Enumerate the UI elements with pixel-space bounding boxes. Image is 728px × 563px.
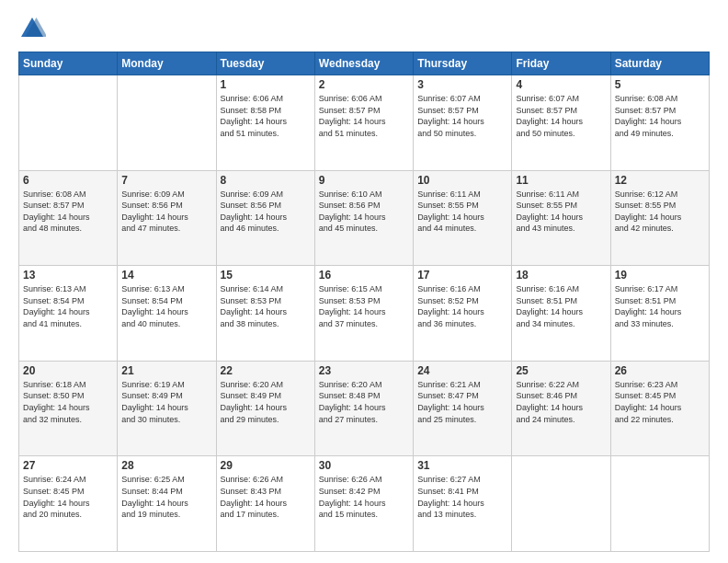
day-number: 4 xyxy=(516,78,606,91)
day-number: 28 xyxy=(121,459,211,472)
calendar-week-row: 27Sunrise: 6:24 AMSunset: 8:45 PMDayligh… xyxy=(19,456,710,552)
calendar-day-header: Friday xyxy=(512,52,610,75)
calendar-day-header: Saturday xyxy=(610,52,709,75)
day-number: 31 xyxy=(417,459,507,472)
calendar-cell: 22Sunrise: 6:20 AMSunset: 8:49 PMDayligh… xyxy=(216,361,314,456)
day-info: Sunrise: 6:07 AMSunset: 8:57 PMDaylight:… xyxy=(516,93,606,139)
calendar-cell xyxy=(19,75,118,171)
day-number: 14 xyxy=(121,269,211,282)
day-info: Sunrise: 6:16 AMSunset: 8:51 PMDaylight:… xyxy=(516,283,606,329)
day-number: 11 xyxy=(516,174,606,187)
day-info: Sunrise: 6:23 AMSunset: 8:45 PMDaylight:… xyxy=(615,379,705,425)
calendar-cell: 18Sunrise: 6:16 AMSunset: 8:51 PMDayligh… xyxy=(512,266,610,362)
calendar-cell: 10Sunrise: 6:11 AMSunset: 8:55 PMDayligh… xyxy=(414,170,512,266)
calendar-cell: 1Sunrise: 6:06 AMSunset: 8:58 PMDaylight… xyxy=(216,75,314,171)
day-number: 3 xyxy=(417,78,507,91)
calendar-day-header: Tuesday xyxy=(216,52,314,75)
day-info: Sunrise: 6:19 AMSunset: 8:49 PMDaylight:… xyxy=(121,379,211,425)
calendar-day-header: Wednesday xyxy=(314,52,413,75)
calendar-day-header: Sunday xyxy=(19,52,118,75)
day-number: 18 xyxy=(516,269,606,282)
day-info: Sunrise: 6:09 AMSunset: 8:56 PMDaylight:… xyxy=(121,189,211,235)
day-info: Sunrise: 6:14 AMSunset: 8:53 PMDaylight:… xyxy=(221,283,311,329)
day-info: Sunrise: 6:11 AMSunset: 8:55 PMDaylight:… xyxy=(516,189,606,235)
day-info: Sunrise: 6:06 AMSunset: 8:58 PMDaylight:… xyxy=(221,93,311,139)
calendar-cell: 24Sunrise: 6:21 AMSunset: 8:47 PMDayligh… xyxy=(414,361,512,456)
day-number: 30 xyxy=(319,459,409,472)
calendar-cell xyxy=(118,75,216,171)
day-info: Sunrise: 6:22 AMSunset: 8:46 PMDaylight:… xyxy=(516,379,606,425)
calendar-cell: 4Sunrise: 6:07 AMSunset: 8:57 PMDaylight… xyxy=(512,75,610,171)
day-info: Sunrise: 6:20 AMSunset: 8:48 PMDaylight:… xyxy=(319,379,409,425)
day-info: Sunrise: 6:07 AMSunset: 8:57 PMDaylight:… xyxy=(417,93,507,139)
day-number: 23 xyxy=(319,364,409,377)
day-number: 6 xyxy=(23,174,113,187)
calendar-cell: 27Sunrise: 6:24 AMSunset: 8:45 PMDayligh… xyxy=(19,456,118,552)
day-number: 24 xyxy=(417,364,507,377)
day-info: Sunrise: 6:13 AMSunset: 8:54 PMDaylight:… xyxy=(23,283,113,329)
calendar-week-row: 1Sunrise: 6:06 AMSunset: 8:58 PMDaylight… xyxy=(19,75,710,171)
calendar-cell: 3Sunrise: 6:07 AMSunset: 8:57 PMDaylight… xyxy=(414,75,512,171)
day-number: 10 xyxy=(417,174,507,187)
calendar-cell: 29Sunrise: 6:26 AMSunset: 8:43 PMDayligh… xyxy=(216,456,314,552)
day-number: 12 xyxy=(615,174,705,187)
day-number: 22 xyxy=(221,364,311,377)
day-number: 25 xyxy=(516,364,606,377)
calendar-cell: 6Sunrise: 6:08 AMSunset: 8:57 PMDaylight… xyxy=(19,170,118,266)
calendar-cell: 16Sunrise: 6:15 AMSunset: 8:53 PMDayligh… xyxy=(314,266,413,362)
calendar-table: SundayMondayTuesdayWednesdayThursdayFrid… xyxy=(18,52,710,552)
calendar-cell: 23Sunrise: 6:20 AMSunset: 8:48 PMDayligh… xyxy=(314,361,413,456)
day-info: Sunrise: 6:11 AMSunset: 8:55 PMDaylight:… xyxy=(417,189,507,235)
day-info: Sunrise: 6:10 AMSunset: 8:56 PMDaylight:… xyxy=(319,189,409,235)
day-number: 2 xyxy=(319,78,409,91)
day-info: Sunrise: 6:06 AMSunset: 8:57 PMDaylight:… xyxy=(319,93,409,139)
calendar-day-header: Thursday xyxy=(414,52,512,75)
calendar-cell xyxy=(610,456,709,552)
header xyxy=(18,15,710,42)
calendar-cell: 30Sunrise: 6:26 AMSunset: 8:42 PMDayligh… xyxy=(314,456,413,552)
day-info: Sunrise: 6:09 AMSunset: 8:56 PMDaylight:… xyxy=(221,189,311,235)
calendar-cell: 26Sunrise: 6:23 AMSunset: 8:45 PMDayligh… xyxy=(610,361,709,456)
day-info: Sunrise: 6:20 AMSunset: 8:49 PMDaylight:… xyxy=(221,379,311,425)
day-info: Sunrise: 6:25 AMSunset: 8:44 PMDaylight:… xyxy=(121,474,211,520)
day-info: Sunrise: 6:26 AMSunset: 8:42 PMDaylight:… xyxy=(319,474,409,520)
day-number: 5 xyxy=(615,78,705,91)
page: SundayMondayTuesdayWednesdayThursdayFrid… xyxy=(0,0,728,563)
day-info: Sunrise: 6:13 AMSunset: 8:54 PMDaylight:… xyxy=(121,283,211,329)
day-number: 20 xyxy=(23,364,113,377)
day-number: 7 xyxy=(121,174,211,187)
calendar-cell: 14Sunrise: 6:13 AMSunset: 8:54 PMDayligh… xyxy=(118,266,216,362)
day-info: Sunrise: 6:16 AMSunset: 8:52 PMDaylight:… xyxy=(417,283,507,329)
calendar-cell: 12Sunrise: 6:12 AMSunset: 8:55 PMDayligh… xyxy=(610,170,709,266)
calendar-cell: 31Sunrise: 6:27 AMSunset: 8:41 PMDayligh… xyxy=(414,456,512,552)
calendar-cell: 21Sunrise: 6:19 AMSunset: 8:49 PMDayligh… xyxy=(118,361,216,456)
day-number: 15 xyxy=(221,269,311,282)
day-number: 21 xyxy=(121,364,211,377)
day-info: Sunrise: 6:08 AMSunset: 8:57 PMDaylight:… xyxy=(615,93,705,139)
calendar-cell: 7Sunrise: 6:09 AMSunset: 8:56 PMDaylight… xyxy=(118,170,216,266)
calendar-cell: 17Sunrise: 6:16 AMSunset: 8:52 PMDayligh… xyxy=(414,266,512,362)
day-number: 27 xyxy=(23,459,113,472)
logo-icon xyxy=(18,15,46,42)
day-info: Sunrise: 6:08 AMSunset: 8:57 PMDaylight:… xyxy=(23,189,113,235)
day-number: 13 xyxy=(23,269,113,282)
calendar-cell: 25Sunrise: 6:22 AMSunset: 8:46 PMDayligh… xyxy=(512,361,610,456)
calendar-cell: 19Sunrise: 6:17 AMSunset: 8:51 PMDayligh… xyxy=(610,266,709,362)
day-number: 8 xyxy=(221,174,311,187)
calendar-cell: 8Sunrise: 6:09 AMSunset: 8:56 PMDaylight… xyxy=(216,170,314,266)
day-info: Sunrise: 6:21 AMSunset: 8:47 PMDaylight:… xyxy=(417,379,507,425)
calendar-cell: 5Sunrise: 6:08 AMSunset: 8:57 PMDaylight… xyxy=(610,75,709,171)
day-number: 26 xyxy=(615,364,705,377)
day-number: 1 xyxy=(221,78,311,91)
day-info: Sunrise: 6:17 AMSunset: 8:51 PMDaylight:… xyxy=(615,283,705,329)
calendar-week-row: 13Sunrise: 6:13 AMSunset: 8:54 PMDayligh… xyxy=(19,266,710,362)
day-info: Sunrise: 6:15 AMSunset: 8:53 PMDaylight:… xyxy=(319,283,409,329)
day-number: 19 xyxy=(615,269,705,282)
day-info: Sunrise: 6:24 AMSunset: 8:45 PMDaylight:… xyxy=(23,474,113,520)
calendar-header-row: SundayMondayTuesdayWednesdayThursdayFrid… xyxy=(19,52,710,75)
logo xyxy=(18,15,50,42)
calendar-week-row: 6Sunrise: 6:08 AMSunset: 8:57 PMDaylight… xyxy=(19,170,710,266)
calendar-cell: 13Sunrise: 6:13 AMSunset: 8:54 PMDayligh… xyxy=(19,266,118,362)
calendar-day-header: Monday xyxy=(118,52,216,75)
day-number: 9 xyxy=(319,174,409,187)
